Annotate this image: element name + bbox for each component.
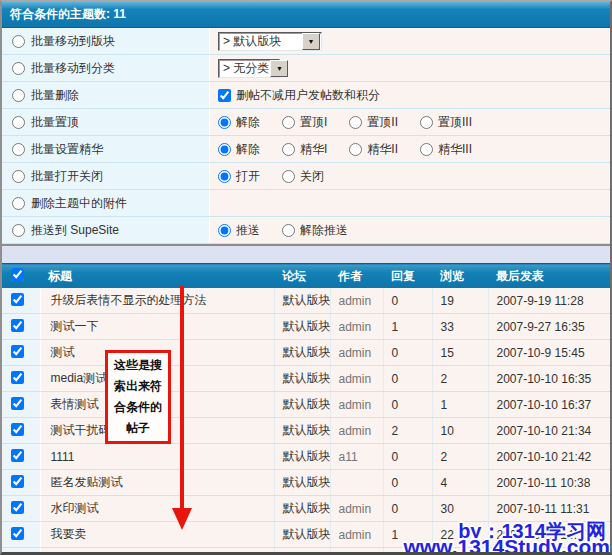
row-checkbox[interactable] (11, 319, 24, 332)
topic-forum-cell: 默认版块 (274, 288, 330, 314)
suboption-radio[interactable]: 精华I (282, 141, 327, 158)
suboption-radio-input[interactable] (349, 143, 362, 156)
results-count-label: 符合条件的主题数: 11 (10, 7, 126, 21)
batch-option[interactable]: 批量删除 (2, 82, 210, 108)
batch-option-radio[interactable] (12, 143, 25, 156)
topic-forum-cell: 默认版块 (274, 548, 330, 555)
row-checkbox[interactable] (11, 527, 24, 540)
batch-option-radio[interactable] (12, 89, 25, 102)
section-divider (2, 244, 610, 263)
topic-title-cell[interactable]: 1111 (40, 444, 274, 470)
suboption-radio[interactable]: 置顶II (349, 114, 398, 131)
topic-replies-cell: 0 (383, 340, 432, 366)
topic-views-cell: 4 (432, 470, 488, 496)
row-checkbox[interactable] (11, 293, 24, 306)
table-header-row: 标题论坛作者回复浏览最后发表 (2, 264, 610, 289)
batch-option-controls: 推送解除推送 (210, 217, 610, 243)
form-row: 推送到 SupeSite推送解除推送 (2, 217, 610, 244)
suboption-radio-input[interactable] (218, 224, 231, 237)
topics-table: 标题论坛作者回复浏览最后发表 升级后表情不显示的处理方法默认版块admin019… (2, 263, 610, 555)
suboption-radio[interactable]: 精华III (420, 141, 472, 158)
forum-select[interactable]: > 默认版块▼ (218, 32, 322, 51)
topic-lastpost-cell: 2007-10-11 10:38 (488, 470, 610, 496)
row-checkbox[interactable] (11, 475, 24, 488)
topic-title-cell[interactable]: 匿名发贴测试 (40, 470, 274, 496)
topic-lastpost-cell: 2007-9-19 11:28 (488, 288, 610, 314)
batch-option-controls (210, 190, 610, 216)
topic-title-cell[interactable]: 水印测试 (40, 496, 274, 522)
suboption-label: 推送 (236, 222, 260, 239)
batch-option[interactable]: 推送到 SupeSite (2, 217, 210, 243)
suboption-radio[interactable]: 解除 (218, 141, 260, 158)
suboption-radio-input[interactable] (218, 143, 231, 156)
row-checkbox[interactable] (11, 449, 24, 462)
suboption-label: 解除推送 (300, 222, 348, 239)
row-checkbox[interactable] (11, 397, 24, 410)
batch-option[interactable]: 批量移动到版块 (2, 28, 210, 54)
batch-option[interactable]: 删除主题中的附件 (2, 190, 210, 216)
form-row: 批量移动到分类> 无分类▼ (2, 55, 610, 82)
batch-option[interactable]: 批量置顶 (2, 109, 210, 135)
row-select-cell (2, 340, 40, 366)
column-header: 浏览 (432, 264, 488, 289)
row-select-cell (2, 366, 40, 392)
row-checkbox[interactable] (11, 345, 24, 358)
suboption-checkbox[interactable]: 删帖不减用户发帖数和积分 (218, 87, 380, 104)
topic-replies-cell: 0 (383, 470, 432, 496)
suboption-radio-input[interactable] (218, 116, 231, 129)
suboption-radio[interactable]: 打开 (218, 168, 260, 185)
suboption-radio[interactable]: 关闭 (282, 168, 324, 185)
batch-option-radio[interactable] (12, 35, 25, 48)
topic-author-cell: admin (330, 340, 383, 366)
suboption-radio-input[interactable] (420, 116, 433, 129)
row-select-cell (2, 418, 40, 444)
suboption-radio-input[interactable] (349, 116, 362, 129)
suboption-label: 精华III (438, 141, 472, 158)
topic-title-cell[interactable]: 测试一下 (40, 314, 274, 340)
suboption-radio-input[interactable] (282, 116, 295, 129)
topic-title-cell[interactable]: 升级后表情不显示的处理方法 (40, 288, 274, 314)
suboption-label: 精华I (300, 141, 327, 158)
suboption-radio-input[interactable] (420, 143, 433, 156)
column-header: 最后发表 (488, 264, 610, 289)
topic-replies-cell: 0 (383, 444, 432, 470)
topic-title-cell[interactable]: 测试 (40, 548, 274, 555)
suboption-radio[interactable]: 精华II (349, 141, 398, 158)
row-checkbox[interactable] (11, 423, 24, 436)
suboption-radio-input[interactable] (282, 224, 295, 237)
batch-option-radio[interactable] (12, 197, 25, 210)
select-all-checkbox[interactable] (11, 268, 24, 281)
suboption-radio[interactable]: 置顶III (420, 114, 472, 131)
suboption-radio[interactable]: 解除推送 (282, 222, 348, 239)
suboption-radio-input[interactable] (282, 170, 295, 183)
batch-option[interactable]: 批量设置精华 (2, 136, 210, 162)
batch-option-radio[interactable] (12, 170, 25, 183)
batch-option-label: 批量设置精华 (31, 141, 103, 158)
row-checkbox[interactable] (11, 371, 24, 384)
topic-replies-cell: 1 (383, 314, 432, 340)
chevron-down-icon[interactable]: ▼ (302, 33, 320, 50)
category-select[interactable]: > 无分类▼ (218, 59, 280, 78)
suboption-radio[interactable]: 解除 (218, 114, 260, 131)
batch-option-radio[interactable] (12, 62, 25, 75)
batch-option-radio[interactable] (12, 224, 25, 237)
batch-option[interactable]: 批量移动到分类 (2, 55, 210, 81)
suboption-radio-input[interactable] (282, 143, 295, 156)
form-row: 批量删除删帖不减用户发帖数和积分 (2, 82, 610, 109)
column-header: 标题 (40, 264, 274, 289)
batch-option-label: 批量移动到版块 (31, 33, 115, 50)
batch-option-radio[interactable] (12, 116, 25, 129)
suboption-radio[interactable]: 置顶I (282, 114, 327, 131)
suboption-checkbox-input[interactable] (218, 89, 231, 102)
suboption-radio[interactable]: 推送 (218, 222, 260, 239)
topic-title-cell[interactable]: 我要卖 (40, 522, 274, 548)
suboption-radio-input[interactable] (218, 170, 231, 183)
batch-option[interactable]: 批量打开关闭 (2, 163, 210, 189)
column-header: 论坛 (274, 264, 330, 289)
row-checkbox[interactable] (11, 501, 24, 514)
chevron-down-icon[interactable]: ▼ (270, 60, 288, 77)
topic-author-cell: admin (330, 496, 383, 522)
topic-lastpost-cell: 2007-10-9 15:45 (488, 340, 610, 366)
topic-views-cell: 2 (432, 444, 488, 470)
row-select-cell (2, 470, 40, 496)
